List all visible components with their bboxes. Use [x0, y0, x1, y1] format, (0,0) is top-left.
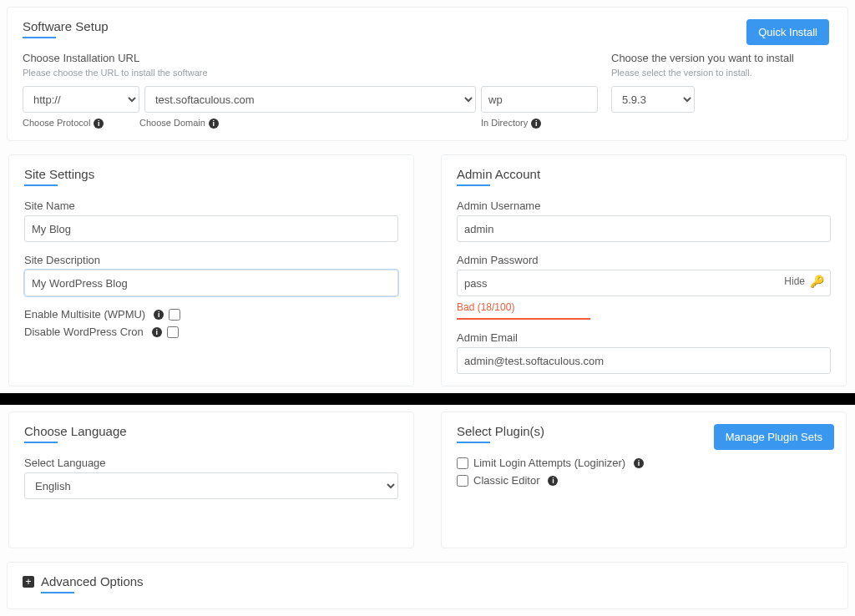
- advanced-options-title[interactable]: Advanced Options: [41, 574, 144, 588]
- plus-icon[interactable]: +: [23, 576, 34, 588]
- helper-domain: Choose Domain: [139, 118, 205, 128]
- domain-select[interactable]: test.softaculous.com: [144, 86, 476, 113]
- info-icon[interactable]: i: [152, 327, 162, 337]
- admin-email-label: Admin Email: [457, 331, 831, 344]
- underline: [457, 184, 490, 186]
- select-language-label: Select Language: [24, 457, 398, 469]
- disable-cron-label: Disable WordPress Cron: [24, 326, 144, 338]
- admin-account-panel: Admin Account Admin Username Admin Passw…: [441, 154, 847, 386]
- choose-url-sublabel: Please choose the URL to install the sof…: [23, 68, 598, 78]
- underline: [24, 442, 58, 443]
- site-desc-label: Site Description: [24, 254, 398, 266]
- choose-language-title: Choose Language: [24, 424, 398, 438]
- hide-password-link[interactable]: Hide: [784, 275, 805, 287]
- select-plugins-panel: Select Plugin(s) Manage Plugin Sets Limi…: [441, 412, 847, 548]
- admin-password-input[interactable]: [457, 270, 831, 296]
- info-icon[interactable]: i: [531, 119, 541, 129]
- admin-username-input[interactable]: [457, 215, 831, 242]
- info-icon[interactable]: i: [634, 458, 644, 468]
- info-icon[interactable]: i: [548, 476, 558, 486]
- site-name-label: Site Name: [24, 199, 398, 212]
- helper-protocol: Choose Protocol: [23, 118, 90, 128]
- version-sublabel: Please select the version to install.: [611, 68, 832, 78]
- disable-cron-checkbox[interactable]: [167, 326, 179, 338]
- plugin-loginizer-label: Limit Login Attempts (Loginizer): [473, 457, 625, 469]
- enable-multisite-checkbox[interactable]: [169, 309, 180, 321]
- protocol-select[interactable]: http://: [23, 86, 139, 113]
- admin-password-label: Admin Password: [457, 254, 831, 266]
- underline: [457, 442, 490, 443]
- info-icon[interactable]: i: [94, 119, 104, 129]
- directory-input[interactable]: [481, 86, 598, 113]
- software-setup-panel: Software Setup Quick Install Choose Inst…: [7, 7, 848, 141]
- underline: [24, 184, 58, 186]
- password-strength-label: Bad (18/100): [457, 301, 831, 313]
- language-select[interactable]: English: [24, 472, 398, 499]
- site-name-input[interactable]: [24, 215, 398, 242]
- version-label: Choose the version you want to install: [611, 52, 832, 64]
- site-desc-input[interactable]: [24, 270, 398, 296]
- choose-url-label: Choose Installation URL: [23, 52, 598, 64]
- quick-install-button[interactable]: Quick Install: [746, 19, 829, 45]
- underline: [23, 37, 56, 38]
- admin-username-label: Admin Username: [457, 199, 831, 212]
- password-strength-bar: [457, 318, 590, 320]
- plugin-classic-editor-checkbox[interactable]: [457, 475, 468, 487]
- key-icon[interactable]: 🔑: [810, 275, 824, 288]
- helper-directory: In Directory: [481, 118, 528, 128]
- choose-language-panel: Choose Language Select Language English: [8, 412, 414, 548]
- info-icon[interactable]: i: [154, 310, 164, 320]
- underline: [41, 592, 74, 593]
- software-setup-title: Software Setup: [23, 19, 832, 33]
- advanced-options-panel: + Advanced Options: [7, 562, 848, 609]
- enable-multisite-label: Enable Multisite (WPMU): [24, 308, 145, 321]
- admin-email-input[interactable]: [457, 347, 831, 374]
- admin-account-title: Admin Account: [457, 167, 831, 181]
- manage-plugin-sets-button[interactable]: Manage Plugin Sets: [714, 424, 834, 450]
- site-settings-panel: Site Settings Site Name Site Description…: [8, 154, 414, 386]
- plugin-loginizer-checkbox[interactable]: [457, 457, 468, 469]
- info-icon[interactable]: i: [209, 119, 219, 129]
- version-select[interactable]: 5.9.3: [611, 86, 695, 113]
- divider-strip: [0, 393, 855, 405]
- site-settings-title: Site Settings: [24, 167, 398, 181]
- plugin-classic-editor-label: Classic Editor: [473, 474, 539, 487]
